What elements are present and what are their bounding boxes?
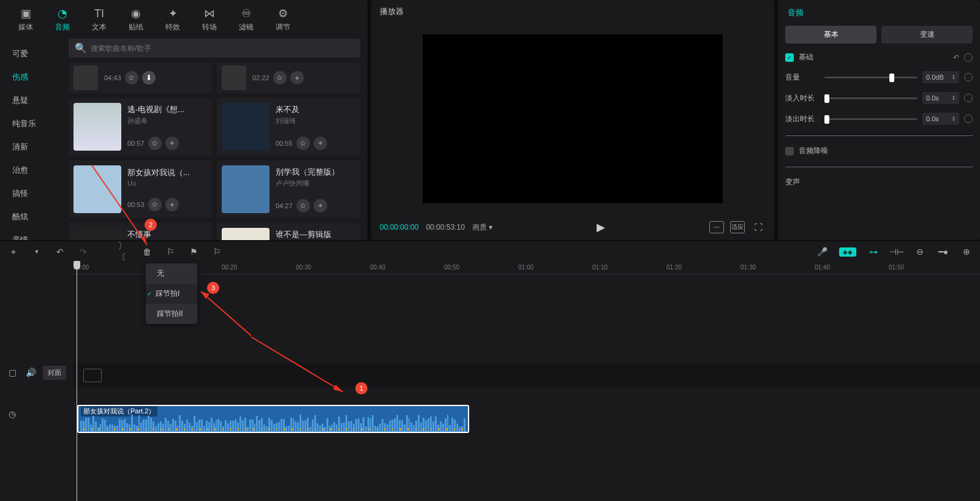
tab-speed[interactable]: 变速 — [881, 26, 973, 43]
fit-button[interactable]: 适应 — [730, 221, 745, 233]
fadeout-slider[interactable] — [824, 118, 918, 120]
tab-sticker[interactable]: ◉贴纸 — [118, 2, 154, 36]
reset-icon[interactable] — [964, 94, 973, 102]
sidebar-item-funny[interactable]: 搞怪 — [0, 182, 61, 205]
playhead[interactable] — [77, 262, 77, 501]
favorite-icon[interactable]: ☆ — [125, 71, 138, 85]
basic-section-label: 基础 — [799, 52, 813, 62]
sidebar-item-healing[interactable]: 治愈 — [0, 159, 61, 182]
undo-icon[interactable]: ↶ — [953, 53, 959, 62]
music-card[interactable]: 别学我（完整版）卢卢快闭嘴04:27☆＋ — [217, 160, 360, 218]
sidebar-item-cool[interactable]: 酷炫 — [0, 205, 61, 228]
duration-label: 02:22 — [252, 74, 270, 81]
search-bar[interactable]: 🔍 — [69, 39, 360, 58]
audio-clip[interactable]: 那女孩对我说（Part.2） — [77, 405, 469, 433]
link-icon[interactable]: ⊶ — [867, 246, 880, 258]
reset-icon[interactable] — [964, 73, 973, 81]
play-button[interactable]: ▶ — [597, 220, 605, 234]
redo-icon[interactable]: ↷ — [77, 246, 89, 258]
time-current: 00:00:00:00 — [380, 223, 418, 232]
dropdown-item-beat1[interactable]: 踩节拍I — [146, 284, 197, 304]
add-icon[interactable]: ＋ — [314, 137, 327, 150]
tab-transition[interactable]: ⋈转场 — [191, 2, 228, 36]
dropdown-item-none[interactable]: 无 — [146, 263, 197, 284]
dropdown-item-beat2[interactable]: 踩节拍II — [146, 304, 197, 324]
favorite-icon[interactable]: ☆ — [296, 199, 310, 213]
add-icon[interactable]: ＋ — [165, 198, 179, 211]
fullscreen-icon[interactable]: ⛶ — [751, 221, 766, 233]
tab-text[interactable]: TI文本 — [81, 2, 118, 36]
add-icon[interactable]: ＋ — [314, 199, 327, 213]
favorite-icon[interactable]: ☆ — [148, 137, 162, 150]
add-icon[interactable]: ＋ — [165, 137, 179, 150]
sidebar-item-sad[interactable]: 伤感 — [0, 66, 61, 89]
quality-dropdown[interactable]: 画质 ▾ — [472, 222, 492, 233]
fadein-value[interactable]: 0.0s▲▼ — [922, 92, 959, 104]
search-icon: 🔍 — [75, 42, 87, 54]
undo-icon[interactable]: ↶ — [54, 246, 66, 258]
zoom-slider[interactable]: ━● — [937, 246, 949, 258]
music-card[interactable]: 那女孩对我说（...Uu00:53☆＋ — [69, 160, 212, 218]
add-icon[interactable]: ＋ — [290, 71, 304, 85]
music-card[interactable]: 谁不是—剪辑版金池00:41☆＋ — [217, 223, 360, 240]
tab-basic[interactable]: 基本 — [785, 26, 876, 43]
timeline-ruler[interactable]: 00:0000:1000:2000:3000:4000:5001:0001:10… — [74, 262, 980, 274]
sidebar-item-suspense[interactable]: 悬疑 — [0, 89, 61, 112]
volume-slider[interactable] — [824, 77, 918, 78]
tab-effect[interactable]: ✦特效 — [154, 2, 191, 36]
lock-icon[interactable]: ▢ — [6, 366, 18, 379]
zoom-out-icon[interactable]: ⊖ — [914, 246, 926, 258]
reset-icon[interactable] — [964, 53, 973, 62]
search-input[interactable] — [91, 44, 354, 53]
sidebar-item-instrumental[interactable]: 纯音乐 — [0, 112, 61, 135]
duration-label: 04:27 — [276, 202, 293, 209]
align-icon[interactable]: ⊣⊢ — [891, 246, 903, 258]
top-tabs: ▣媒体 ◔音频 TI文本 ◉贴纸 ✦特效 ⋈转场 ♾滤镜 ⚙调节 — [0, 0, 368, 36]
volume-value[interactable]: 0.0dB▲▼ — [922, 71, 959, 83]
sidebar-item-cute[interactable]: 可爱 — [0, 42, 61, 66]
cursor-dropdown-icon[interactable]: ▼ — [31, 246, 43, 258]
flag-icon[interactable]: ⚑ — [187, 246, 200, 258]
sidebar-item-family[interactable]: 亲情 — [0, 228, 61, 240]
mute-icon[interactable]: 🔊 — [24, 366, 37, 379]
cover-button[interactable]: 封面 — [43, 366, 66, 380]
favorite-icon[interactable]: ☆ — [273, 71, 287, 85]
music-artist: 刘瑞琦 — [276, 116, 355, 126]
media-panel: ▣媒体 ◔音频 TI文本 ◉贴纸 ✦特效 ⋈转场 ♾滤镜 ⚙调节 可爱 伤感 悬… — [0, 0, 368, 240]
voice-label: 变声 — [785, 177, 800, 187]
sidebar-item-fresh[interactable]: 清新 — [0, 135, 61, 159]
denoise-checkbox[interactable] — [785, 147, 794, 156]
flag-remove-icon[interactable]: ⚐ — [211, 246, 223, 258]
cursor-tool-icon[interactable]: ⌖ — [7, 246, 20, 258]
tab-adjust[interactable]: ⚙调节 — [265, 2, 301, 36]
split-icon[interactable]: 〕〔 — [118, 246, 130, 258]
music-thumb — [74, 228, 121, 240]
delete-icon[interactable]: 🗑 — [141, 246, 153, 258]
zoom-fit-icon[interactable]: ⊕ — [960, 246, 973, 258]
favorite-icon[interactable]: ☆ — [296, 137, 310, 150]
fadein-slider[interactable] — [824, 97, 918, 99]
video-track[interactable] — [74, 363, 980, 388]
mic-icon[interactable]: 🎤 — [816, 246, 828, 258]
music-card[interactable]: 02:22☆＋ — [217, 62, 360, 93]
basic-checkbox[interactable]: ✓ — [785, 53, 794, 62]
scope-icon[interactable]: 〰 — [709, 221, 724, 233]
download-icon[interactable]: ⬇ — [142, 71, 156, 85]
duration-label: 00:57 — [127, 140, 145, 147]
magnet-icon[interactable]: ◈◈ — [839, 247, 856, 257]
reset-icon[interactable] — [964, 115, 973, 123]
tab-media[interactable]: ▣媒体 — [7, 2, 44, 36]
music-card[interactable]: 04:43☆⬇ — [69, 62, 212, 93]
beat-marker-icon[interactable]: ⚐ — [164, 246, 176, 258]
tab-filter[interactable]: ♾滤镜 — [228, 2, 265, 36]
music-list: 🔍 04:43☆⬇ 02:22☆＋ 逃-电视剧《想...孙盛希00:57☆＋ — [61, 36, 368, 240]
clock-icon[interactable]: ◷ — [6, 408, 18, 420]
music-card[interactable]: 逃-电视剧《想...孙盛希00:57☆＋ — [69, 98, 212, 156]
tab-audio[interactable]: ◔音频 — [44, 2, 81, 36]
favorite-icon[interactable]: ☆ — [148, 198, 162, 211]
player-screen[interactable] — [423, 34, 723, 203]
video-track-header: ▢ 🔊 封面 — [0, 360, 74, 385]
fadeout-value[interactable]: 0.0s▲▼ — [922, 113, 959, 125]
music-card[interactable]: 来不及刘瑞琦00:55☆＋ — [217, 98, 360, 156]
music-card[interactable]: 不懂事吴炳文03:...☆＋ — [69, 223, 212, 240]
